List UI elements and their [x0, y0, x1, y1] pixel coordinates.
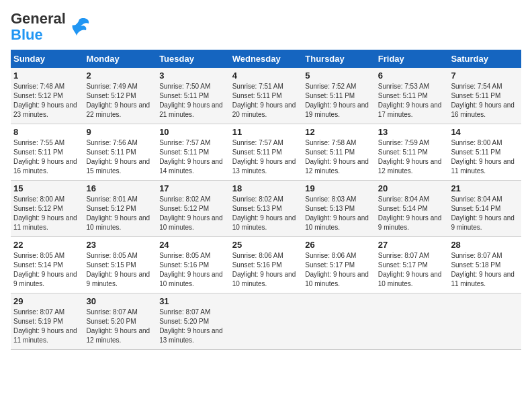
calendar-header: SundayMondayTuesdayWednesdayThursdayFrid… [11, 50, 521, 68]
logo: GeneralBlue [11, 11, 90, 43]
calendar-cell: 14 Sunrise: 8:00 AMSunset: 5:11 PMDaylig… [448, 124, 521, 181]
header-day: Monday [84, 50, 157, 68]
calendar-week-row: 22 Sunrise: 8:05 AMSunset: 5:14 PMDaylig… [11, 237, 521, 293]
day-number: 29 [13, 296, 81, 306]
calendar-cell: 28 Sunrise: 8:07 AMSunset: 5:18 PMDaylig… [448, 237, 521, 293]
calendar-table: SundayMondayTuesdayWednesdayThursdayFrid… [11, 50, 521, 350]
calendar-cell: 22 Sunrise: 8:05 AMSunset: 5:14 PMDaylig… [11, 237, 84, 293]
calendar-cell: 27 Sunrise: 8:07 AMSunset: 5:17 PMDaylig… [375, 237, 449, 293]
day-number: 4 [232, 71, 300, 81]
day-info: Sunrise: 7:53 AMSunset: 5:11 PMDaylight:… [378, 83, 442, 118]
day-number: 3 [159, 71, 227, 81]
day-info: Sunrise: 7:51 AMSunset: 5:11 PMDaylight:… [232, 83, 296, 118]
day-number: 9 [87, 127, 154, 137]
calendar-cell: 2 Sunrise: 7:49 AMSunset: 5:12 PMDayligh… [84, 68, 157, 124]
header-day: Wednesday [230, 50, 303, 68]
calendar-cell: 16 Sunrise: 8:01 AMSunset: 5:12 PMDaylig… [84, 181, 157, 237]
day-info: Sunrise: 7:54 AMSunset: 5:11 PMDaylight:… [451, 83, 515, 118]
header-day: Tuesday [157, 50, 230, 68]
calendar-cell: 3 Sunrise: 7:50 AMSunset: 5:11 PMDayligh… [157, 68, 230, 124]
calendar-week-row: 8 Sunrise: 7:55 AMSunset: 5:11 PMDayligh… [11, 124, 521, 181]
day-info: Sunrise: 8:05 AMSunset: 5:15 PMDaylight:… [87, 252, 150, 287]
day-number: 19 [305, 183, 373, 193]
calendar-cell: 24 Sunrise: 8:05 AMSunset: 5:16 PMDaylig… [157, 237, 230, 293]
day-number: 1 [13, 71, 81, 81]
calendar-cell: 7 Sunrise: 7:54 AMSunset: 5:11 PMDayligh… [448, 68, 521, 124]
day-info: Sunrise: 7:55 AMSunset: 5:11 PMDaylight:… [13, 139, 77, 175]
day-info: Sunrise: 8:07 AMSunset: 5:20 PMDaylight:… [87, 308, 150, 344]
header-day: Saturday [448, 50, 521, 68]
calendar-cell: 13 Sunrise: 7:59 AMSunset: 5:11 PMDaylig… [375, 124, 449, 181]
day-number: 22 [13, 240, 81, 250]
day-number: 18 [232, 183, 300, 193]
day-info: Sunrise: 8:07 AMSunset: 5:17 PMDaylight:… [378, 252, 442, 287]
day-number: 30 [87, 296, 154, 306]
calendar-cell: 21 Sunrise: 8:04 AMSunset: 5:14 PMDaylig… [448, 181, 521, 237]
day-number: 31 [159, 296, 227, 306]
day-info: Sunrise: 8:02 AMSunset: 5:13 PMDaylight:… [232, 195, 296, 231]
calendar-cell: 19 Sunrise: 8:03 AMSunset: 5:13 PMDaylig… [302, 181, 375, 237]
day-info: Sunrise: 8:02 AMSunset: 5:12 PMDaylight:… [159, 195, 223, 231]
day-info: Sunrise: 8:07 AMSunset: 5:18 PMDaylight:… [451, 252, 515, 287]
header-day: Sunday [11, 50, 84, 68]
calendar-cell: 15 Sunrise: 8:00 AMSunset: 5:12 PMDaylig… [11, 181, 84, 237]
day-info: Sunrise: 8:05 AMSunset: 5:16 PMDaylight:… [159, 252, 223, 287]
calendar-cell: 6 Sunrise: 7:53 AMSunset: 5:11 PMDayligh… [375, 68, 449, 124]
day-number: 13 [378, 127, 446, 137]
calendar-cell: 5 Sunrise: 7:52 AMSunset: 5:11 PMDayligh… [302, 68, 375, 124]
day-number: 15 [13, 183, 81, 193]
logo-text: GeneralBlue [11, 11, 66, 43]
day-info: Sunrise: 7:48 AMSunset: 5:12 PMDaylight:… [13, 83, 77, 118]
calendar-cell: 10 Sunrise: 7:57 AMSunset: 5:11 PMDaylig… [157, 124, 230, 181]
calendar-body: 1 Sunrise: 7:48 AMSunset: 5:12 PMDayligh… [11, 68, 521, 350]
calendar-cell [230, 293, 303, 350]
calendar-cell: 12 Sunrise: 7:58 AMSunset: 5:11 PMDaylig… [302, 124, 375, 181]
calendar-cell: 18 Sunrise: 8:02 AMSunset: 5:13 PMDaylig… [230, 181, 303, 237]
header-day: Thursday [302, 50, 375, 68]
calendar-cell [302, 293, 375, 350]
day-info: Sunrise: 8:05 AMSunset: 5:14 PMDaylight:… [13, 252, 77, 287]
calendar-cell: 4 Sunrise: 7:51 AMSunset: 5:11 PMDayligh… [230, 68, 303, 124]
day-number: 8 [13, 127, 81, 137]
day-info: Sunrise: 7:56 AMSunset: 5:11 PMDaylight:… [87, 139, 150, 175]
day-info: Sunrise: 8:07 AMSunset: 5:19 PMDaylight:… [13, 308, 77, 344]
day-info: Sunrise: 7:50 AMSunset: 5:11 PMDaylight:… [159, 83, 223, 118]
day-info: Sunrise: 8:03 AMSunset: 5:13 PMDaylight:… [305, 195, 369, 231]
day-info: Sunrise: 8:01 AMSunset: 5:12 PMDaylight:… [87, 195, 150, 231]
day-number: 26 [305, 240, 373, 250]
day-info: Sunrise: 8:00 AMSunset: 5:12 PMDaylight:… [13, 195, 77, 231]
day-info: Sunrise: 7:57 AMSunset: 5:11 PMDaylight:… [232, 139, 296, 175]
day-number: 27 [378, 240, 446, 250]
day-number: 11 [232, 127, 300, 137]
header-day: Friday [375, 50, 449, 68]
calendar-week-row: 1 Sunrise: 7:48 AMSunset: 5:12 PMDayligh… [11, 68, 521, 124]
day-info: Sunrise: 7:58 AMSunset: 5:11 PMDaylight:… [305, 139, 369, 175]
day-number: 25 [232, 240, 300, 250]
header-row: SundayMondayTuesdayWednesdayThursdayFrid… [11, 50, 521, 68]
calendar-cell: 23 Sunrise: 8:05 AMSunset: 5:15 PMDaylig… [84, 237, 157, 293]
calendar-cell: 17 Sunrise: 8:02 AMSunset: 5:12 PMDaylig… [157, 181, 230, 237]
day-info: Sunrise: 8:04 AMSunset: 5:14 PMDaylight:… [378, 195, 442, 231]
day-info: Sunrise: 8:00 AMSunset: 5:11 PMDaylight:… [451, 139, 515, 175]
day-info: Sunrise: 7:57 AMSunset: 5:11 PMDaylight:… [159, 139, 223, 175]
day-number: 7 [451, 71, 519, 81]
day-number: 16 [87, 183, 154, 193]
day-number: 20 [378, 183, 446, 193]
day-info: Sunrise: 8:06 AMSunset: 5:17 PMDaylight:… [305, 252, 369, 287]
calendar-cell [448, 293, 521, 350]
calendar-cell: 29 Sunrise: 8:07 AMSunset: 5:19 PMDaylig… [11, 293, 84, 350]
day-info: Sunrise: 7:59 AMSunset: 5:11 PMDaylight:… [378, 139, 442, 175]
day-number: 14 [451, 127, 519, 137]
calendar-cell: 30 Sunrise: 8:07 AMSunset: 5:20 PMDaylig… [84, 293, 157, 350]
day-number: 17 [159, 183, 227, 193]
calendar-cell: 1 Sunrise: 7:48 AMSunset: 5:12 PMDayligh… [11, 68, 84, 124]
day-info: Sunrise: 7:49 AMSunset: 5:12 PMDaylight:… [87, 83, 150, 118]
calendar-cell [375, 293, 449, 350]
day-number: 12 [305, 127, 373, 137]
day-number: 2 [87, 71, 154, 81]
day-number: 28 [451, 240, 519, 250]
day-number: 5 [305, 71, 373, 81]
calendar-cell: 8 Sunrise: 7:55 AMSunset: 5:11 PMDayligh… [11, 124, 84, 181]
day-number: 24 [159, 240, 227, 250]
day-info: Sunrise: 7:52 AMSunset: 5:11 PMDaylight:… [305, 83, 369, 118]
